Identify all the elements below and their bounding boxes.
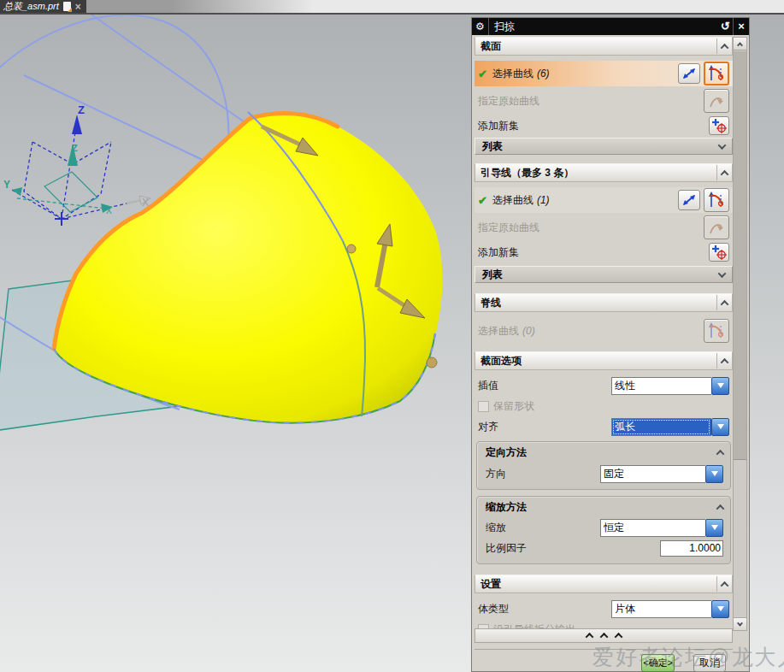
z-axis-label: Z: [78, 103, 85, 116]
curve-selection-button-disabled[interactable]: [704, 319, 729, 343]
select-curve-icon: [707, 321, 726, 340]
orientation-method-header[interactable]: 定向方法: [486, 444, 723, 461]
check-icon: ✔: [478, 68, 487, 80]
dropdown-arrow-icon[interactable]: [711, 418, 729, 436]
preserve-shape-row: 保留形状: [475, 398, 733, 415]
section-group-header[interactable]: 截面: [475, 37, 733, 56]
collapse-guides-icon[interactable]: [716, 165, 731, 180]
scale-row: 缩放 恒定: [486, 517, 723, 538]
spine-group-header[interactable]: 脊线: [475, 293, 733, 312]
dialog-title: 扫掠: [489, 20, 718, 34]
dialog-options-gear-icon[interactable]: ⚙: [472, 18, 489, 35]
dialog-titlebar[interactable]: ⚙ 扫掠 ↺ ×: [472, 18, 749, 35]
select-curve-icon: [707, 191, 726, 209]
watermark-text: 爱好者论坛@龙大人: [592, 643, 784, 671]
dialog-scrollbar[interactable]: [733, 37, 747, 631]
collapse-all-icon: [614, 633, 622, 641]
edge-point-handle[interactable]: [427, 357, 437, 368]
guides-add-new-set-row: 添加新集: [475, 242, 733, 262]
x-datum-label: X: [106, 206, 112, 215]
dialog-reset-icon[interactable]: ↺: [718, 18, 734, 35]
collapse-settings-icon[interactable]: [716, 576, 731, 592]
add-set-icon: [711, 245, 727, 260]
clipped-settings-row: 沿引导线拆分输出: [475, 621, 733, 628]
interpolation-dropdown[interactable]: 线性: [611, 377, 729, 395]
wcs-origin-cross[interactable]: [55, 212, 68, 226]
orientation-method-panel: 定向方法 方向 固定: [476, 441, 731, 490]
x-axis-label: X: [142, 197, 149, 209]
collapse-section-options-icon[interactable]: [716, 353, 731, 368]
specify-original-curve-button[interactable]: [704, 215, 729, 239]
section-list-bar[interactable]: 列表: [475, 138, 733, 155]
y-axis-label: Y: [3, 179, 10, 191]
settings-group-header[interactable]: 设置: [475, 575, 733, 593]
dropdown-arrow-icon[interactable]: [711, 377, 729, 395]
body-type-dropdown[interactable]: 片体: [611, 600, 729, 618]
scroll-up-icon[interactable]: [734, 38, 746, 50]
reverse-direction-button[interactable]: [678, 190, 700, 210]
scale-dropdown[interactable]: 恒定: [600, 519, 723, 537]
expand-list-icon: [718, 141, 727, 150]
collapse-spine-icon[interactable]: [716, 295, 731, 310]
scrollbar-thumb[interactable]: [734, 51, 746, 460]
direction-dropdown[interactable]: 固定: [600, 465, 723, 483]
swept-surface-preview[interactable]: [54, 113, 442, 422]
modified-document-icon: [63, 2, 71, 11]
z-datum-label: Z: [72, 143, 78, 153]
tab-close-icon[interactable]: ×: [75, 2, 81, 12]
scaling-method-panel: 缩放方法 缩放 恒定 比例因子: [476, 496, 731, 564]
collapse-orientation-icon[interactable]: [716, 449, 725, 457]
tab-title: 总装_asm.prt: [3, 0, 59, 13]
specify-original-curve-button[interactable]: [704, 89, 729, 113]
curve-selection-button-active[interactable]: [704, 62, 729, 85]
preserve-shape-checkbox[interactable]: [478, 401, 489, 412]
guides-group-header[interactable]: 引导线（最多 3 条）: [475, 163, 733, 182]
add-set-icon: [711, 118, 727, 133]
section-specify-original-row: 指定原始曲线: [475, 86, 733, 115]
scale-factor-input[interactable]: [660, 540, 723, 557]
csys-axis-arrowheads: [12, 115, 113, 213]
collapse-all-icon: [585, 633, 593, 641]
guides-specify-original-row: 指定原始曲线: [475, 213, 733, 242]
scale-factor-row: 比例因子: [486, 538, 723, 558]
split-output-checkbox[interactable]: [478, 624, 489, 629]
dialog-content: 截面 ✔ 选择曲线 (6): [475, 35, 733, 671]
spine-select-curve-row[interactable]: 选择曲线 (0): [475, 317, 733, 345]
original-curve-icon: [707, 218, 726, 237]
collapse-scaling-icon[interactable]: [716, 504, 725, 512]
add-new-set-button[interactable]: [709, 243, 729, 262]
datum-csys-teal[interactable]: [17, 172, 107, 212]
dropdown-arrow-icon[interactable]: [705, 465, 723, 483]
interpolation-row: 插值 线性: [475, 375, 733, 396]
section-select-curve-row[interactable]: ✔ 选择曲线 (6): [475, 61, 733, 86]
direction-row: 方向 固定: [486, 463, 723, 484]
section-add-new-set-row: 添加新集: [475, 115, 733, 136]
original-curve-icon: [707, 91, 726, 110]
add-new-set-button[interactable]: [709, 116, 729, 135]
curve-selection-button[interactable]: [704, 188, 729, 212]
dropdown-arrow-icon[interactable]: [705, 519, 723, 537]
curve-point-handle[interactable]: [347, 245, 356, 253]
collapse-section-icon[interactable]: [716, 38, 731, 54]
guides-list-bar[interactable]: 列表: [475, 266, 733, 283]
scaling-method-header[interactable]: 缩放方法: [486, 498, 723, 516]
section-options-group-header[interactable]: 截面选项: [475, 351, 733, 370]
dialog-close-icon[interactable]: ×: [734, 18, 749, 35]
dropdown-arrow-icon[interactable]: [711, 600, 729, 618]
body-type-row: 体类型 片体: [475, 598, 733, 619]
scroll-down-icon[interactable]: [734, 617, 746, 630]
collapse-all-icon: [599, 633, 608, 641]
expand-list-icon: [718, 269, 727, 278]
guides-select-curve-row[interactable]: ✔ 选择曲线 (1): [475, 187, 733, 213]
check-icon: ✔: [478, 194, 487, 207]
tab-part-file[interactable]: 总装_asm.prt ×: [0, 0, 86, 13]
swap-arrows-icon: [681, 192, 697, 208]
collapse-all-bar[interactable]: [475, 628, 733, 643]
swap-arrows-icon: [681, 66, 697, 81]
alignment-dropdown[interactable]: 弧长: [611, 418, 729, 436]
select-curve-icon: [707, 64, 726, 83]
sweep-dialog: ⚙ 扫掠 ↺ × 截面 ✔ 选择曲线 (6): [471, 17, 750, 672]
alignment-row: 对齐 弧长: [475, 416, 733, 437]
reverse-direction-button[interactable]: [678, 63, 700, 84]
tab-bar: 总装_asm.prt ×: [0, 0, 784, 15]
